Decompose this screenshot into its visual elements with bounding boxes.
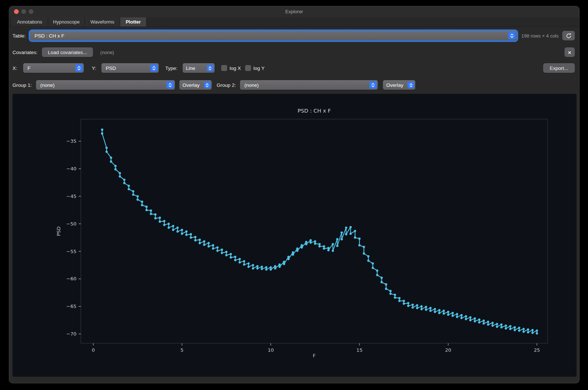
group2-select[interactable]: (none) — [240, 80, 378, 90]
data-point-marker — [287, 258, 290, 260]
y-axis-select[interactable]: PSD — [101, 63, 159, 73]
log-y-checkbox[interactable] — [245, 65, 251, 71]
data-point-marker — [146, 209, 148, 211]
data-point-marker — [234, 256, 236, 258]
stepper-icon — [207, 65, 214, 71]
y-axis-title: PSD — [56, 226, 61, 236]
table-select[interactable]: PSD : CH x F — [30, 31, 517, 40]
tab-bar: Annotations Hypnoscope Waveforms Plotter — [9, 17, 579, 27]
data-point-marker — [398, 297, 401, 299]
stepper-icon — [166, 81, 174, 89]
data-point-marker — [380, 281, 383, 283]
data-point-marker — [296, 248, 298, 250]
data-point-marker — [460, 317, 463, 319]
export-button[interactable]: Export... — [543, 63, 575, 73]
group1-label: Group 1: — [12, 82, 32, 88]
data-point-marker — [474, 320, 476, 322]
group1-mode-select[interactable]: Overlay — [179, 80, 212, 90]
data-point-marker — [376, 269, 378, 272]
data-point-marker — [105, 147, 108, 149]
y-tick-label: −50 — [67, 221, 76, 227]
data-point-marker — [523, 331, 525, 333]
data-point-marker — [190, 237, 192, 239]
data-point-marker — [487, 321, 489, 323]
log-x-label: log X — [230, 65, 241, 71]
data-point-marker — [239, 261, 241, 263]
tab-annotations[interactable]: Annotations — [11, 17, 48, 26]
data-point-marker — [496, 323, 498, 325]
data-point-marker — [114, 165, 116, 167]
data-point-marker — [500, 323, 502, 326]
data-point-marker — [163, 224, 165, 226]
y-axis-value: PSD — [106, 65, 116, 71]
data-point-marker — [514, 329, 516, 331]
data-point-marker — [128, 185, 130, 187]
data-point-marker — [314, 242, 316, 245]
group2-mode-select[interactable]: Overlay — [383, 80, 415, 90]
axes-row: X: F Y: PSD Type: Line log X log Y Expor… — [9, 60, 579, 76]
data-point-marker — [354, 237, 356, 239]
data-point-marker — [225, 251, 227, 253]
table-label: Table: — [12, 33, 26, 39]
data-point-marker — [434, 308, 436, 310]
data-point-marker — [323, 245, 325, 248]
refresh-button[interactable] — [562, 31, 575, 40]
data-point-marker — [496, 326, 498, 328]
covariates-row: Covariates: Load covariates... (none) × — [9, 45, 579, 60]
data-point-marker — [509, 325, 512, 327]
data-point-marker — [176, 227, 179, 229]
data-point-marker — [390, 292, 392, 295]
data-point-marker — [420, 305, 423, 308]
group1-select[interactable]: (none) — [36, 80, 175, 90]
data-point-marker — [500, 326, 502, 329]
y-axis-label: Y: — [92, 65, 96, 71]
data-point-marker — [301, 247, 303, 249]
data-point-marker — [105, 150, 108, 153]
data-point-marker — [163, 220, 165, 222]
data-point-marker — [345, 233, 347, 235]
tab-plotter[interactable]: Plotter — [120, 17, 147, 26]
data-point-marker — [491, 322, 494, 324]
x-axis-select[interactable]: F — [23, 63, 84, 73]
plot-type-select[interactable]: Line — [183, 63, 215, 73]
data-point-marker — [252, 267, 254, 269]
data-point-marker — [527, 329, 529, 331]
y-tick-label: −35 — [67, 138, 76, 144]
data-point-marker — [403, 300, 405, 302]
data-point-marker — [349, 226, 352, 228]
table-shape-info: 198 rows × 4 cols — [521, 33, 559, 39]
data-point-marker — [265, 268, 268, 270]
data-point-marker — [434, 311, 436, 313]
log-x-checkbox[interactable] — [221, 65, 227, 71]
table-row: Table: PSD : CH x F 198 rows × 4 cols — [9, 27, 579, 45]
data-point-marker — [141, 204, 143, 206]
data-point-marker — [172, 225, 174, 227]
data-point-marker — [447, 311, 449, 313]
data-point-marker — [469, 319, 472, 321]
data-point-marker — [146, 206, 148, 208]
data-point-marker — [212, 248, 214, 250]
data-point-marker — [292, 251, 294, 253]
data-point-marker — [279, 263, 281, 266]
tab-hypnoscope[interactable]: Hypnoscope — [48, 17, 85, 26]
data-point-marker — [198, 242, 201, 244]
tab-waveforms[interactable]: Waveforms — [85, 17, 120, 26]
data-point-marker — [101, 132, 103, 135]
close-icon: × — [568, 49, 571, 56]
data-point-marker — [367, 260, 369, 262]
data-point-marker — [447, 313, 449, 316]
log-y-label: log Y — [254, 65, 265, 71]
data-point-marker — [261, 268, 263, 270]
stepper-icon — [75, 64, 83, 72]
data-point-marker — [531, 329, 534, 331]
data-point-marker — [318, 243, 320, 245]
refresh-icon — [566, 33, 572, 39]
data-point-marker — [332, 243, 334, 245]
group2-mode-value: Overlay — [386, 82, 404, 88]
clear-covariates-button[interactable]: × — [564, 47, 575, 57]
data-point-marker — [336, 245, 338, 247]
app-window: Explorer Annotations Hypnoscope Waveform… — [9, 6, 580, 383]
data-point-marker — [349, 233, 352, 235]
plot-panel: 0510152025−35−40−45−50−55−60−65−70PSD : … — [12, 94, 577, 377]
load-covariates-button[interactable]: Load covariates... — [42, 47, 93, 57]
